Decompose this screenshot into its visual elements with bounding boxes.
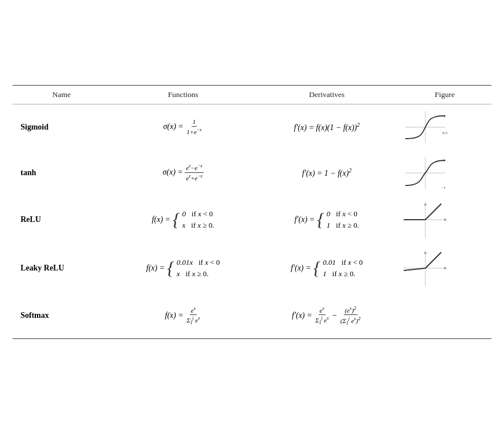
relu-figure bbox=[398, 196, 491, 244]
tanh-derivative: f′(x) = 1 − f(x)2 bbox=[255, 150, 398, 196]
svg-marker-10 bbox=[444, 218, 447, 221]
row-name-relu: ReLU bbox=[13, 196, 111, 244]
relu-derivative: f′(x) = { 0if x < 0 1if x ≥ 0. bbox=[255, 196, 398, 244]
table-row: Softmax f(x) = ex Σ1j ex f′(x) = ex Σ1j … bbox=[13, 293, 491, 339]
activation-functions-table: Name Functions Derivatives Figure Sigmoi… bbox=[13, 85, 491, 340]
softmax-figure bbox=[398, 293, 491, 339]
leaky-relu-derivative: f′(x) = { 0.01if x < 0 1if x ≥ 0. bbox=[255, 244, 398, 293]
tanh-function: σ(x) = ez−e−z ez+e−z bbox=[111, 150, 255, 196]
col-header-functions: Functions bbox=[111, 85, 255, 104]
row-name-softmax: Softmax bbox=[13, 293, 111, 339]
table-row: Sigmoid σ(x) = 1 1+e−x f′(x) = f(x)(1 − … bbox=[13, 104, 491, 150]
sigmoid-figure: 1 0.5 bbox=[398, 104, 491, 150]
leaky-relu-function: f(x) = { 0.01xif x < 0 xif x ≥ 0. bbox=[111, 244, 255, 293]
svg-marker-14 bbox=[444, 266, 447, 270]
softmax-function: f(x) = ex Σ1j ex bbox=[111, 293, 255, 339]
row-name-leaky-relu: Leaky ReLU bbox=[13, 244, 111, 293]
sigmoid-derivative: f′(x) = f(x)(1 − f(x))2 bbox=[255, 104, 398, 150]
col-header-derivatives: Derivatives bbox=[255, 85, 398, 104]
softmax-derivative: f′(x) = ex Σ1j ex − (ex)2 (Σ1j ex)2 bbox=[255, 293, 398, 339]
col-header-figure: Figure bbox=[398, 85, 491, 104]
tanh-figure: 1 −1 bbox=[398, 150, 491, 196]
leaky-relu-figure bbox=[398, 244, 491, 293]
svg-text:1: 1 bbox=[444, 114, 446, 119]
svg-text:0.5: 0.5 bbox=[442, 131, 448, 135]
svg-text:1: 1 bbox=[444, 158, 446, 163]
relu-function: f(x) = { 0if x < 0 xif x ≥ 0. bbox=[111, 196, 255, 244]
col-header-name: Name bbox=[13, 85, 111, 104]
row-name-tanh: tanh bbox=[13, 150, 111, 196]
table-row: Leaky ReLU f(x) = { 0.01xif x < 0 xif x … bbox=[13, 244, 491, 293]
row-name-sigmoid: Sigmoid bbox=[13, 104, 111, 150]
svg-marker-11 bbox=[424, 203, 427, 205]
svg-text:−1: −1 bbox=[441, 185, 446, 190]
table-row: ReLU f(x) = { 0if x < 0 xif x ≥ 0. f′(x)… bbox=[13, 196, 491, 244]
svg-marker-15 bbox=[424, 251, 427, 254]
sigmoid-function: σ(x) = 1 1+e−x bbox=[111, 104, 255, 150]
table-row: tanh σ(x) = ez−e−z ez+e−z f′(x) = 1 − f(… bbox=[13, 150, 491, 196]
